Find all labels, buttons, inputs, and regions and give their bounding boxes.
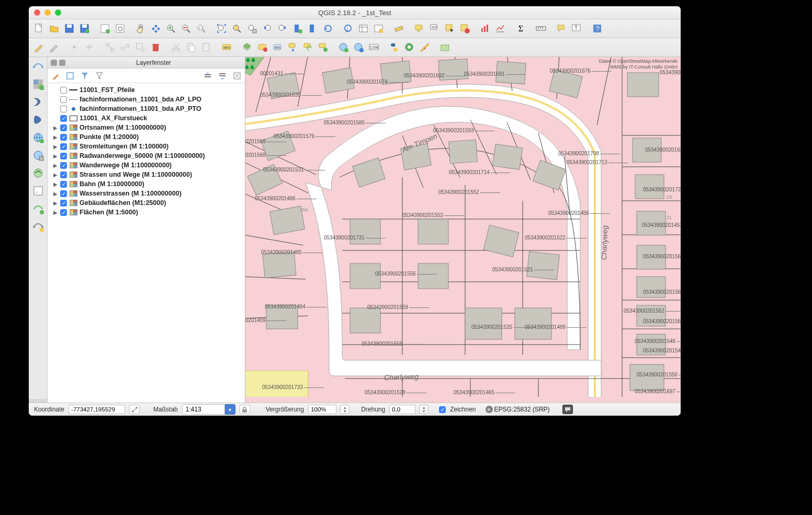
open-project-button[interactable] [47, 21, 61, 36]
layer-item[interactable]: ▶✓Flächen (M 1:5000) [48, 208, 245, 217]
map-canvas[interactable]: 🌲🌲 🌲🌲 [245, 57, 681, 403]
metasearch-button[interactable] [336, 40, 351, 54]
layer-checkbox[interactable]: ✓ [60, 209, 67, 216]
layer-checkbox[interactable]: ✓ [60, 153, 67, 159]
layer-checkbox[interactable]: ✓ [60, 124, 67, 131]
layer-checkbox[interactable]: ✓ [60, 143, 67, 150]
copy-button[interactable] [184, 40, 198, 54]
node-tool-button[interactable] [103, 40, 117, 54]
rotation-spinner[interactable]: ▲▼ [419, 405, 428, 414]
move-label-button[interactable] [286, 40, 300, 54]
layer-checkbox[interactable]: ✓ [60, 200, 67, 207]
delete-selected-button[interactable] [149, 40, 163, 54]
new-project-button[interactable] [32, 21, 46, 36]
layer-checkbox[interactable]: ✓ [60, 171, 67, 178]
layer-labeling-button[interactable] [240, 40, 254, 54]
remove-layer-button[interactable] [231, 70, 243, 82]
layer-checkbox[interactable]: ✓ [60, 115, 67, 122]
rotation-input[interactable] [389, 405, 415, 414]
expand-icon[interactable]: ▶ [53, 210, 58, 215]
expand-icon[interactable]: ▶ [53, 153, 58, 159]
annotation-tool-button[interactable] [555, 21, 569, 36]
expand-icon[interactable]: ▶ [53, 144, 58, 150]
zoom-to-layer-button[interactable] [245, 21, 259, 36]
scale-input[interactable] [182, 404, 225, 415]
pan-button[interactable] [133, 21, 148, 36]
zoom-last-button[interactable] [260, 21, 274, 36]
raster-button[interactable] [438, 40, 452, 54]
attribute-table-button[interactable] [356, 21, 370, 36]
add-postgis-button[interactable] [31, 112, 46, 127]
layer-checkbox[interactable]: ✓ [60, 181, 67, 188]
new-shapefile-button[interactable] [31, 219, 46, 234]
text-annotation-button[interactable]: T [570, 21, 584, 36]
zoom-to-selection-button[interactable] [230, 21, 244, 36]
layer-item[interactable]: ▶✓Strassen und Wege (M 1:100000000) [48, 170, 245, 179]
measure-tool-button[interactable] [534, 21, 548, 36]
identify-button[interactable]: i [341, 21, 355, 36]
scale-lock-button[interactable] [240, 405, 250, 414]
layer-item[interactable]: ▶✓Stromleitungen (M 1:100000) [48, 142, 245, 151]
magnification-spinner[interactable]: ▲▼ [340, 405, 349, 414]
maptips-button[interactable] [412, 21, 426, 36]
deselect-button[interactable] [458, 21, 472, 36]
save-as-button[interactable] [77, 21, 92, 36]
layer-item[interactable]: ✓11001_AX_Flurstueck [48, 113, 245, 123]
zoom-out-button[interactable] [179, 21, 193, 36]
scale-dropdown-button[interactable]: ▾ [225, 404, 235, 415]
new-layout-button[interactable] [98, 21, 112, 36]
layout-manager-button[interactable] [113, 21, 127, 36]
sum-button[interactable]: Σ [514, 21, 528, 36]
layer-item[interactable]: fachinformationen_11001_bda AP_PTO [48, 104, 245, 113]
layer-checkbox[interactable] [60, 106, 67, 112]
statistics-button[interactable] [478, 21, 492, 36]
measure-button[interactable] [392, 21, 406, 36]
minimize-button[interactable] [44, 9, 51, 16]
expand-icon[interactable]: ▶ [53, 181, 58, 187]
crs-button[interactable]: ⊕EPSG:25832 (SRP) [486, 406, 550, 413]
expression-filter-button[interactable] [94, 70, 105, 82]
layer-item[interactable]: 11001_FST_Pfeile [48, 85, 245, 95]
panel-close-icon[interactable] [51, 60, 57, 66]
save-edits-button[interactable] [47, 40, 61, 54]
layer-checkbox[interactable] [60, 87, 67, 94]
render-checkbox[interactable]: ✓ [439, 406, 446, 413]
pan-to-selection-button[interactable] [149, 21, 163, 36]
panel-undock-icon[interactable] [59, 60, 65, 66]
add-wcs-button[interactable] [31, 148, 46, 163]
layer-checkbox[interactable]: ✓ [60, 190, 67, 197]
layer-list[interactable]: 11001_FST_Pfeilefachinformationen_11001_… [48, 83, 245, 403]
rotate-label-button[interactable] [301, 40, 315, 54]
select-features-button[interactable] [443, 21, 457, 36]
filter-by-content-button[interactable] [79, 70, 91, 82]
expand-icon[interactable]: ▶ [53, 200, 58, 206]
save-button[interactable] [62, 21, 76, 36]
field-calc-button[interactable] [371, 21, 386, 36]
layer-checkbox[interactable] [60, 96, 67, 103]
add-spatialite-button[interactable] [31, 95, 46, 109]
geolocate-button[interactable] [352, 40, 366, 54]
add-raster-button[interactable] [31, 77, 46, 91]
expand-icon[interactable]: ▶ [53, 125, 58, 131]
paste-button[interactable] [199, 40, 213, 54]
zoom-native-button[interactable]: 1:1 [194, 21, 208, 36]
layer-item[interactable]: ▶✓Ortsnamen (M 1:100000000) [48, 123, 245, 132]
layer-item[interactable]: ▶✓Bahn (M 1:10000000) [48, 179, 245, 189]
annotation-button[interactable]: abc [427, 21, 442, 36]
csw-button[interactable]: CSW [367, 40, 381, 54]
expand-icon[interactable]: ▶ [53, 163, 58, 168]
modify-attributes-button[interactable] [133, 40, 148, 54]
label-button[interactable]: abc [220, 40, 234, 54]
style-preset-button[interactable] [50, 70, 61, 82]
expand-icon[interactable]: ▶ [53, 191, 58, 197]
change-label-button[interactable] [316, 40, 330, 54]
filter-legend-button[interactable] [64, 70, 76, 82]
close-button[interactable] [34, 9, 40, 16]
zoom-in-button[interactable] [164, 21, 178, 36]
statistical-summary-button[interactable] [493, 21, 508, 36]
add-wms-button[interactable] [31, 130, 46, 145]
expand-icon[interactable]: ▶ [53, 134, 58, 140]
add-feature-button[interactable] [67, 40, 82, 54]
python-console-button[interactable] [387, 40, 401, 54]
layer-checkbox[interactable]: ✓ [60, 134, 67, 141]
